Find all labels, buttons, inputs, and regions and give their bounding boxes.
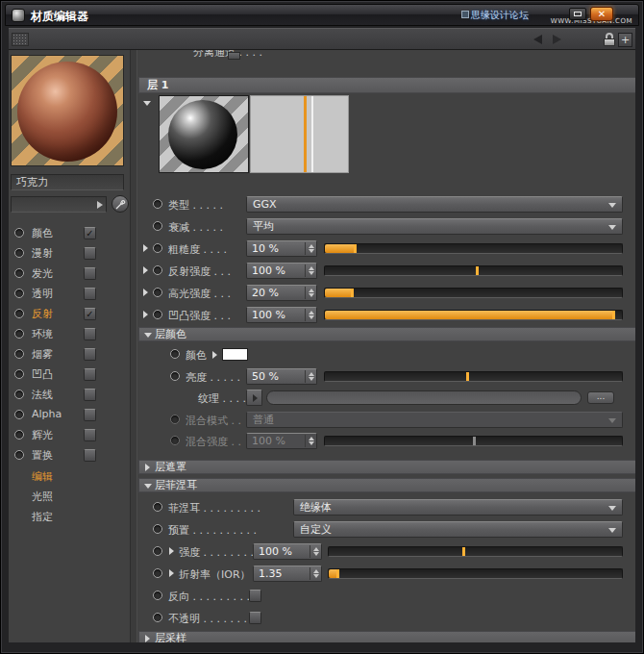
channel-checkbox[interactable] bbox=[84, 368, 96, 381]
expander-icon[interactable] bbox=[143, 244, 148, 252]
channel-checkbox[interactable] bbox=[84, 409, 96, 421]
inverted-checkbox[interactable] bbox=[249, 590, 261, 602]
spin-up-icon[interactable] bbox=[313, 569, 319, 573]
slider-handle[interactable] bbox=[612, 311, 615, 319]
opaque-checkbox[interactable] bbox=[249, 612, 261, 624]
texture-browse-button[interactable]: ... bbox=[587, 391, 614, 404]
channel-diffusion[interactable]: 漫射 bbox=[9, 244, 130, 264]
slider-handle[interactable] bbox=[476, 266, 479, 275]
specular-strength-spinner[interactable]: 20 % bbox=[246, 285, 317, 301]
channel-checkbox[interactable] bbox=[84, 348, 96, 361]
spin-down-icon[interactable] bbox=[309, 271, 314, 275]
spin-up-icon[interactable] bbox=[309, 311, 314, 314]
attenuation-dropdown[interactable]: 平均 bbox=[246, 218, 623, 235]
spin-down-icon[interactable] bbox=[313, 574, 319, 578]
channel-bump[interactable]: 凹凸 bbox=[9, 365, 130, 386]
mode-illumination[interactable]: 光照 bbox=[32, 490, 53, 504]
slider-handle[interactable] bbox=[354, 244, 357, 253]
color-swatch[interactable] bbox=[222, 348, 248, 361]
type-dropdown[interactable]: GGX bbox=[246, 196, 623, 213]
channel-checkbox[interactable]: ✓ bbox=[84, 308, 96, 320]
lock-icon[interactable] bbox=[604, 33, 615, 47]
section-layer-sampling[interactable]: 层采样 bbox=[138, 631, 635, 642]
channel-glow[interactable]: 辉光 bbox=[9, 426, 130, 446]
mode-assign[interactable]: 指定 bbox=[32, 510, 53, 524]
layer-gradient-preview[interactable] bbox=[250, 95, 349, 173]
slider-handle[interactable] bbox=[462, 547, 465, 556]
slider-handle[interactable] bbox=[351, 289, 354, 297]
channel-displacement[interactable]: 置换 bbox=[9, 446, 130, 466]
roughness-slider[interactable] bbox=[324, 243, 623, 254]
titlebar[interactable]: 材质编辑器 思缘设计论坛 WWW.MISSYUAN.COM ✕ bbox=[5, 4, 639, 26]
channel-checkbox[interactable] bbox=[84, 267, 96, 280]
fresnel-strength-slider[interactable] bbox=[328, 546, 623, 557]
close-button[interactable]: ✕ bbox=[590, 7, 613, 21]
channel-luminance[interactable]: 发光 bbox=[9, 264, 130, 285]
fresnel-strength-spinner[interactable]: 100 % bbox=[253, 543, 322, 560]
ior-slider[interactable] bbox=[328, 568, 623, 579]
preset-dropdown[interactable]: 自定义 bbox=[293, 521, 623, 538]
nav-forward-icon[interactable] bbox=[553, 35, 561, 44]
channel-fog[interactable]: 烟雾 bbox=[9, 345, 130, 365]
channel-checkbox[interactable] bbox=[84, 247, 96, 260]
spin-up-icon[interactable] bbox=[309, 372, 314, 376]
spin-up-icon[interactable] bbox=[309, 266, 314, 270]
color-expander-icon[interactable] bbox=[212, 351, 217, 359]
layer-preview-collapse-icon[interactable] bbox=[143, 101, 151, 106]
spin-up-icon[interactable] bbox=[309, 289, 314, 292]
expander-icon[interactable] bbox=[169, 569, 174, 577]
fresnel-dropdown[interactable]: 绝缘体 bbox=[293, 499, 623, 516]
spin-up-icon[interactable] bbox=[313, 547, 319, 551]
separate-pass-checkbox[interactable] bbox=[228, 52, 240, 60]
bump-strength-spinner[interactable]: 100 % bbox=[246, 307, 317, 323]
slider-handle[interactable] bbox=[336, 569, 339, 578]
channel-checkbox[interactable] bbox=[84, 449, 96, 462]
preview-type-combo[interactable] bbox=[11, 196, 107, 213]
grip-icon[interactable] bbox=[12, 33, 29, 46]
channel-transparency[interactable]: 透明 bbox=[9, 285, 130, 305]
spin-down-icon[interactable] bbox=[309, 249, 314, 253]
expander-icon[interactable] bbox=[169, 547, 174, 555]
bump-strength-slider[interactable] bbox=[324, 310, 623, 320]
spin-down-icon[interactable] bbox=[309, 293, 314, 297]
eyedropper-button[interactable] bbox=[111, 195, 129, 213]
brightness-slider[interactable] bbox=[324, 371, 623, 382]
reflection-strength-slider[interactable] bbox=[324, 265, 623, 276]
expander-icon[interactable] bbox=[143, 289, 148, 296]
slider-handle[interactable] bbox=[466, 372, 469, 381]
texture-field[interactable] bbox=[266, 390, 582, 405]
specular-strength-slider[interactable] bbox=[324, 288, 623, 298]
roughness-spinner[interactable]: 10 % bbox=[246, 240, 317, 257]
channel-checkbox[interactable] bbox=[84, 328, 96, 340]
channel-alpha[interactable]: Alpha bbox=[9, 406, 130, 426]
reflection-strength-spinner[interactable]: 100 % bbox=[246, 263, 317, 279]
spin-down-icon[interactable] bbox=[313, 552, 319, 556]
channel-checkbox[interactable] bbox=[84, 429, 96, 441]
spin-up-icon[interactable] bbox=[309, 244, 314, 248]
channel-checkbox[interactable] bbox=[84, 389, 96, 401]
channel-environment[interactable]: 环境 bbox=[9, 325, 130, 345]
layer-preview-thumbnail[interactable] bbox=[159, 95, 249, 173]
channel-color[interactable]: 颜色✓ bbox=[9, 224, 130, 244]
channel-checkbox[interactable] bbox=[84, 288, 96, 300]
texture-arrow-button[interactable] bbox=[246, 390, 262, 406]
add-icon[interactable]: + bbox=[618, 33, 632, 47]
section-layer-color[interactable]: 层颜色 bbox=[138, 327, 635, 341]
channel-reflectance[interactable]: 反射✓ bbox=[9, 305, 130, 325]
section-layer-fresnel[interactable]: 层菲涅耳 bbox=[138, 478, 635, 492]
minimize-button[interactable] bbox=[569, 8, 586, 20]
ior-spinner[interactable]: 1.35 bbox=[253, 566, 322, 582]
mode-edit[interactable]: 编辑 bbox=[32, 469, 53, 484]
expander-icon[interactable] bbox=[143, 266, 148, 274]
brightness-spinner[interactable]: 50 % bbox=[246, 368, 317, 385]
panel-divider[interactable] bbox=[130, 50, 137, 642]
channel-normal[interactable]: 法线 bbox=[9, 386, 130, 406]
expander-icon[interactable] bbox=[143, 311, 148, 318]
spin-down-icon[interactable] bbox=[309, 377, 314, 381]
section-layer-mask[interactable]: 层遮罩 bbox=[138, 460, 635, 474]
material-preview[interactable] bbox=[11, 55, 124, 166]
layer-header[interactable]: 层 1 bbox=[138, 77, 635, 93]
nav-back-icon[interactable] bbox=[533, 35, 542, 44]
material-name-input[interactable]: 巧克力 bbox=[11, 174, 124, 190]
channel-checkbox[interactable]: ✓ bbox=[84, 227, 96, 239]
